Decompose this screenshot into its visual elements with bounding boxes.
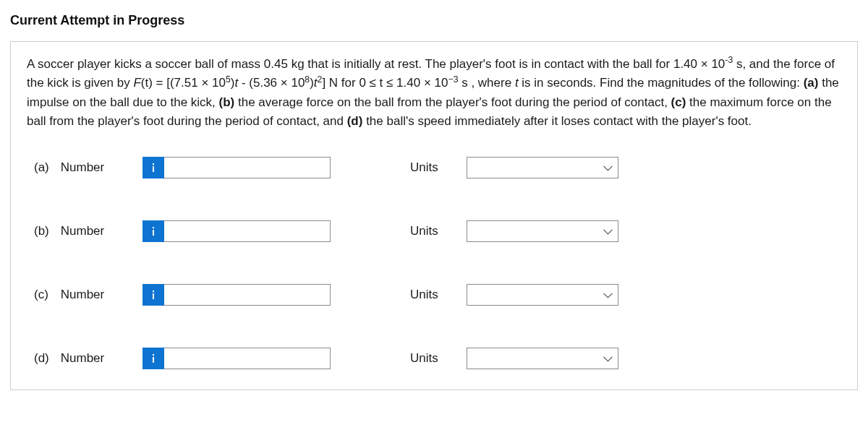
number-input-c[interactable] xyxy=(164,284,331,306)
part-label-a: (a) Number xyxy=(34,160,142,175)
svg-rect-3 xyxy=(153,230,154,236)
units-select-b[interactable] xyxy=(467,220,618,242)
svg-rect-7 xyxy=(153,357,154,363)
units-select-a[interactable] xyxy=(467,157,618,178)
answer-row-c: (c) Number Units xyxy=(34,284,841,306)
question-text: A soccer player kicks a soccer ball of m… xyxy=(27,55,841,131)
svg-rect-2 xyxy=(153,227,154,228)
svg-rect-6 xyxy=(153,354,154,356)
page-heading: Current Attempt in Progress xyxy=(10,13,858,28)
part-label-b: (b) Number xyxy=(34,224,142,238)
number-input-a[interactable] xyxy=(164,157,331,178)
question-container: A soccer player kicks a soccer ball of m… xyxy=(10,41,858,390)
units-label-c: Units xyxy=(410,288,467,302)
units-label-b: Units xyxy=(410,224,467,238)
number-input-b[interactable] xyxy=(164,220,331,242)
answer-row-d: (d) Number Units xyxy=(34,348,841,369)
answer-row-a: (a) Number Units xyxy=(34,157,841,178)
part-label-c: (c) Number xyxy=(34,288,142,302)
info-icon[interactable] xyxy=(142,348,164,369)
part-label-d: (d) Number xyxy=(34,351,142,366)
svg-rect-1 xyxy=(153,166,154,172)
info-icon[interactable] xyxy=(142,284,164,306)
info-icon[interactable] xyxy=(142,157,164,178)
answer-row-b: (b) Number Units xyxy=(34,220,841,242)
units-select-d[interactable] xyxy=(467,348,618,369)
svg-rect-0 xyxy=(153,163,154,165)
info-icon[interactable] xyxy=(142,220,164,242)
units-label-d: Units xyxy=(410,351,467,366)
svg-rect-5 xyxy=(153,293,154,299)
units-select-c[interactable] xyxy=(467,284,618,306)
svg-rect-4 xyxy=(153,290,154,292)
number-input-d[interactable] xyxy=(164,348,331,369)
units-label-a: Units xyxy=(410,160,467,175)
